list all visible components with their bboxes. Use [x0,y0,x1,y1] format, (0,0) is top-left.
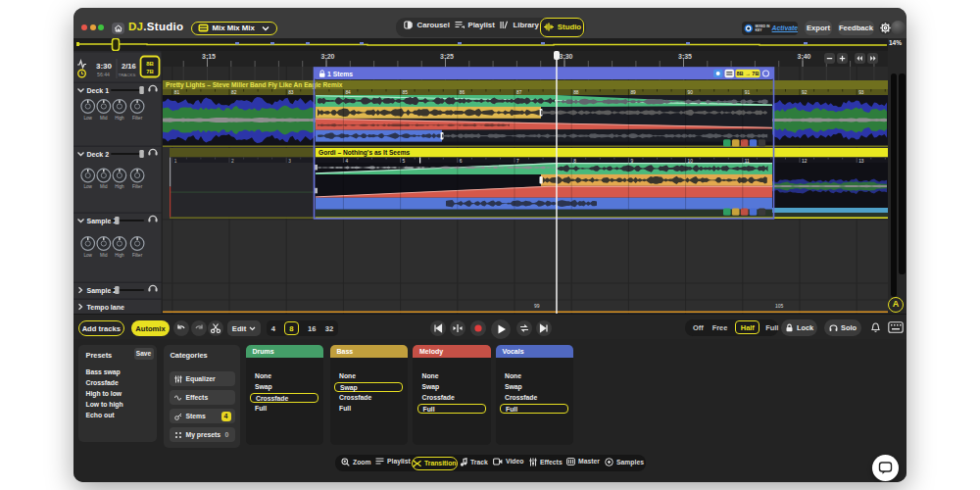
svg-text:6: 6 [460,159,463,164]
svg-text:91: 91 [745,90,751,95]
svg-text:83: 83 [288,90,294,95]
svg-text:1 Stems: 1 Stems [327,71,353,77]
svg-text:3:20: 3:20 [320,53,334,60]
svg-text:Deck 2: Deck 2 [87,151,110,158]
svg-text:84: 84 [345,90,351,95]
svg-text:2/16: 2/16 [122,62,136,71]
svg-text:99: 99 [534,303,540,309]
svg-text:4: 4 [345,159,348,164]
svg-text:Low: Low [83,116,92,121]
svg-text:Tempo lane: Tempo lane [87,304,124,312]
svg-text:Deck 1: Deck 1 [87,87,110,94]
svg-text:3:30: 3:30 [559,53,572,60]
svg-text:3:35: 3:35 [678,53,692,60]
svg-text:9: 9 [630,159,633,164]
svg-text:Mid: Mid [100,184,108,189]
svg-text:Filter: Filter [132,253,143,258]
svg-text:90: 90 [688,90,694,95]
svg-text:7B: 7B [146,69,154,74]
svg-text:56:44: 56:44 [97,72,110,77]
svg-text:88: 88 [573,90,579,95]
svg-text:TRACKS: TRACKS [119,73,136,77]
svg-text:3: 3 [288,159,291,164]
svg-text:2: 2 [231,159,234,164]
svg-text:8B: 8B [146,61,154,67]
svg-text:85: 85 [403,90,409,95]
svg-text:3:40: 3:40 [797,53,810,60]
svg-text:89: 89 [630,90,636,95]
svg-text:81: 81 [174,90,180,95]
svg-text:Mid: Mid [100,253,108,258]
svg-text:8: 8 [573,159,576,164]
svg-text:3:25: 3:25 [440,53,454,60]
svg-text:8B → 7B: 8B → 7B [736,71,759,76]
svg-text:3:30: 3:30 [96,62,113,71]
svg-text:Gordi – Nothing's as It Seems: Gordi – Nothing's as It Seems [318,149,411,157]
svg-text:92: 92 [802,90,808,95]
svg-text:86: 86 [460,90,466,95]
svg-text:High: High [115,184,124,189]
svg-text:93: 93 [858,90,864,95]
svg-text:82: 82 [231,90,237,95]
svg-text:High: High [115,116,124,121]
svg-text:11: 11 [745,159,750,164]
svg-text:Filter: Filter [132,184,143,189]
svg-text:Low: Low [83,253,92,258]
svg-text:87: 87 [516,90,522,95]
svg-text:12: 12 [802,159,808,164]
svg-text:10: 10 [688,159,694,164]
svg-text:3:15: 3:15 [202,53,216,60]
svg-text:Mid: Mid [100,116,108,121]
svg-text:13: 13 [858,159,864,164]
svg-text:High: High [115,253,124,258]
svg-text:Filter: Filter [132,116,143,121]
svg-text:Low: Low [83,184,92,189]
svg-text:7: 7 [516,159,519,164]
svg-text:5: 5 [403,159,406,164]
svg-text:1: 1 [174,159,177,164]
svg-text:Pretty Lights – Steve Miller B: Pretty Lights – Steve Miller Band Fly Li… [166,81,343,89]
svg-text:105: 105 [775,303,784,309]
